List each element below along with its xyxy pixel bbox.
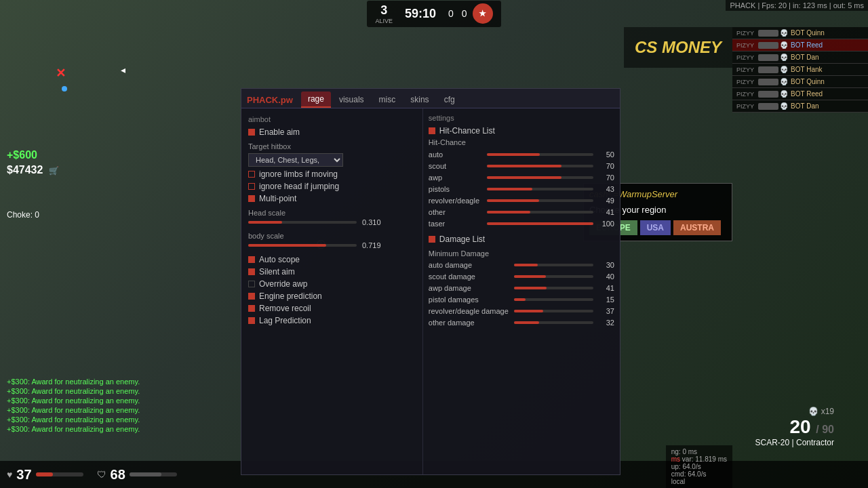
- engine-prediction-row: Engine prediction: [248, 291, 416, 301]
- body-scale-fill: [248, 244, 326, 247]
- remove-recoil-row: Remove recoil: [248, 304, 416, 313]
- ignore-head-checkbox[interactable]: [248, 183, 255, 190]
- kill-feed-entry: +$300: Award for neutralizing an enemy.: [7, 377, 140, 386]
- blue-dot-indicator: [62, 86, 67, 92]
- dmg-bar[interactable]: [514, 287, 593, 289]
- hitbox-dropdown-row: Head, Chest, Legs,: [248, 153, 416, 167]
- tab-skins[interactable]: skins: [403, 92, 435, 107]
- bomb-icon: ★: [473, 3, 493, 24]
- tab-cfg[interactable]: cfg: [437, 92, 462, 107]
- dmg-bar-fill: [514, 321, 539, 324]
- hc-value: 100: [597, 220, 614, 228]
- score-player-name: BOT Dan: [791, 102, 864, 110]
- dmg-value: 37: [597, 307, 614, 315]
- damage-list-checkbox[interactable]: [429, 236, 435, 243]
- ignore-limbs-label: ignore limbs if moving: [259, 169, 338, 179]
- hit-chance-row: scout 70: [429, 162, 614, 170]
- ignore-head-label: ignore head if jumping: [259, 182, 339, 191]
- dmg-bar[interactable]: [514, 264, 593, 266]
- dmg-bar[interactable]: [514, 298, 593, 301]
- hc-bar[interactable]: [487, 222, 593, 225]
- skull-icon: 💀: [780, 29, 788, 37]
- menu-right-column: settings Hit-Chance List Hit-Chance auto…: [423, 108, 620, 474]
- scoreboard-row: PIZYY 💀 BOT Quinn: [732, 27, 868, 39]
- enable-aim-checkbox[interactable]: [248, 129, 255, 136]
- score-player-name: BOT Reed: [791, 41, 823, 49]
- kill-count: 💀 x19: [755, 407, 835, 416]
- hc-label: awp: [429, 174, 483, 182]
- score-player-name: BOT Hank: [791, 66, 864, 73]
- scoreboard: PIZYY 💀 BOT Quinn PIZYY 💀 BOT Reed PIZYY…: [732, 27, 868, 113]
- tab-visuals[interactable]: visuals: [332, 92, 371, 107]
- scoreboard-row: PIZYY 💀 BOT Reed: [732, 39, 868, 52]
- kill-feed: +$300: Award for neutralizing an enemy.+…: [7, 377, 140, 434]
- hc-bar[interactable]: [487, 165, 593, 167]
- score-tag: PIZYY: [736, 66, 754, 73]
- hc-bar[interactable]: [487, 176, 593, 179]
- head-scale-label: Head scale: [248, 209, 416, 217]
- hc-bar-fill: [487, 165, 561, 167]
- dmg-value: 40: [597, 272, 614, 281]
- head-scale-track[interactable]: [248, 221, 357, 224]
- scoreboard-row: PIZYY 💀 BOT Hank: [732, 64, 868, 76]
- dmg-bar[interactable]: [514, 321, 593, 324]
- hc-bar[interactable]: [487, 199, 593, 202]
- hc-value: 49: [597, 197, 614, 205]
- weapon-icon: [758, 30, 778, 37]
- tab-rage[interactable]: rage: [301, 92, 331, 108]
- silent-aim-label: Silent aim: [259, 267, 295, 277]
- body-scale-section: body scale 0.719: [248, 232, 416, 249]
- damage-row: auto damage 30: [429, 261, 614, 269]
- hc-bar-fill: [487, 222, 593, 225]
- dmg-bar[interactable]: [514, 275, 593, 278]
- hit-chance-rows: auto 50 scout 70 awp 70 pistols 43 revol: [429, 150, 614, 228]
- auto-scope-label: Auto scope: [259, 255, 300, 264]
- dmg-bar-fill: [514, 264, 538, 266]
- override-awp-label: Override awp: [259, 279, 307, 289]
- perf-bottom: ng: 0 ms ms var: 11.819 ms up: 64.0/s cm…: [666, 445, 732, 488]
- hitbox-select[interactable]: Head, Chest, Legs,: [248, 153, 343, 167]
- engine-prediction-checkbox[interactable]: [248, 293, 255, 300]
- hc-bar[interactable]: [487, 211, 593, 214]
- austra-button[interactable]: AUSTRA: [673, 220, 721, 235]
- lag-prediction-checkbox[interactable]: [248, 317, 255, 324]
- override-awp-checkbox[interactable]: [248, 281, 255, 287]
- skull-icon: 💀: [780, 66, 788, 73]
- settings-section-title: settings: [429, 114, 614, 122]
- weapon-icon: [758, 103, 778, 110]
- hit-chance-list-checkbox[interactable]: [429, 127, 435, 134]
- body-scale-track[interactable]: [248, 244, 357, 247]
- dmg-bar-fill: [514, 275, 546, 278]
- dmg-bar[interactable]: [514, 310, 593, 312]
- armor-icon: 🛡: [97, 469, 106, 480]
- score-tag: PIZYY: [736, 42, 754, 49]
- ignore-limbs-checkbox[interactable]: [248, 171, 255, 178]
- head-scale-slider-row: 0.310: [248, 218, 416, 226]
- hc-bar-fill: [487, 211, 530, 214]
- hit-chance-section-title: Hit-Chance: [429, 138, 614, 146]
- dmg-bar-fill: [514, 310, 543, 312]
- dmg-value: 32: [597, 319, 614, 327]
- target-hitbox-label: Target hitbox: [248, 142, 416, 150]
- body-scale-slider-row: 0.719: [248, 241, 416, 249]
- usa-button[interactable]: USA: [640, 220, 671, 235]
- hc-bar[interactable]: [487, 188, 593, 190]
- dmg-value: 41: [597, 284, 614, 292]
- armor-bar-fill: [130, 472, 162, 476]
- multipoint-row: Multi-point: [248, 194, 416, 203]
- score-player-name: BOT Quinn: [791, 78, 864, 85]
- hc-bar[interactable]: [487, 153, 593, 156]
- weapon-icon: [758, 79, 778, 85]
- score-player-name: BOT Dan: [791, 54, 864, 61]
- tab-misc[interactable]: misc: [372, 92, 403, 107]
- silent-aim-checkbox[interactable]: [248, 268, 255, 275]
- cheat-menu: PHACK.pw rage visuals misc skins cfg aim…: [241, 88, 620, 475]
- override-awp-row: Override awp: [248, 279, 416, 289]
- remove-recoil-checkbox[interactable]: [248, 305, 255, 312]
- dmg-value: 15: [597, 296, 614, 304]
- dmg-label: pistol damages: [429, 296, 510, 304]
- multipoint-checkbox[interactable]: [248, 195, 255, 202]
- menu-left-column: aimbot Enable aim Target hitbox Head, Ch…: [241, 108, 423, 474]
- menu-tabs: PHACK.pw rage visuals misc skins cfg: [241, 89, 620, 108]
- auto-scope-checkbox[interactable]: [248, 256, 255, 263]
